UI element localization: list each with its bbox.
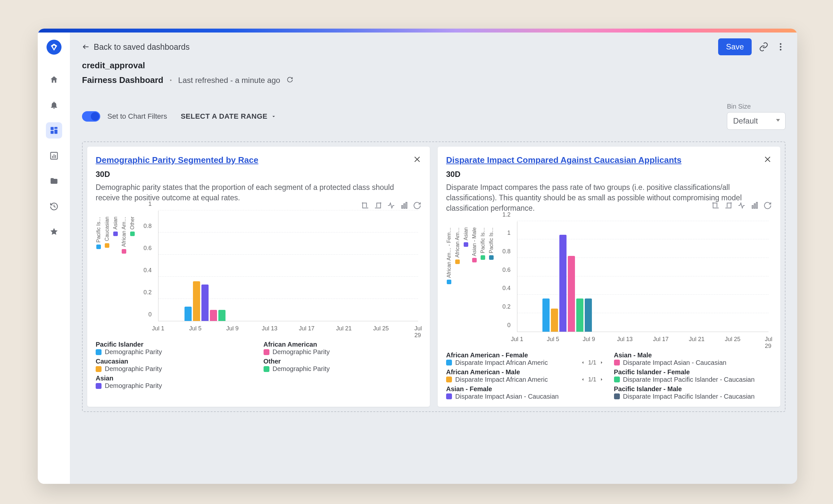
- close-icon[interactable]: [413, 155, 421, 165]
- bar: [560, 235, 567, 332]
- date-range-select[interactable]: SELECT A DATE RANGE: [181, 112, 277, 121]
- svg-rect-3: [50, 131, 53, 134]
- card-demographic-parity: Demographic Parity Segmented by Race 30D…: [87, 147, 430, 407]
- plot: 00.20.40.60.811.2 Jul 1Jul 5Jul 9Jul 13J…: [499, 222, 772, 345]
- swatch-icon: [614, 377, 620, 382]
- svg-rect-7: [55, 155, 56, 158]
- y-legend-item: Asian - Male: [472, 227, 477, 345]
- reload-icon[interactable]: [413, 201, 421, 210]
- chart-filters-toggle[interactable]: [82, 111, 100, 122]
- bar: [585, 299, 592, 332]
- pager[interactable]: 1/1: [580, 376, 604, 383]
- chart-actions: [711, 201, 772, 210]
- crop-out-icon[interactable]: [374, 201, 382, 210]
- kebab-icon[interactable]: [776, 42, 785, 52]
- svg-rect-6: [53, 154, 54, 158]
- swatch-icon: [446, 377, 452, 382]
- bar-chart-icon[interactable]: [751, 201, 759, 210]
- app-frame: Back to saved dashboards Save credit_app…: [38, 29, 797, 484]
- page-title: Fairness Dashboard: [82, 75, 163, 85]
- card-desc: Disparate Impact compares the pass rate …: [446, 182, 746, 213]
- card-disparate-impact: Disparate Impact Compared Against Caucas…: [438, 147, 780, 407]
- reload-icon[interactable]: [763, 201, 772, 210]
- y-legend-item: Pacific Is…: [489, 227, 494, 345]
- close-icon[interactable]: [763, 155, 772, 165]
- card-title[interactable]: Disparate Impact Compared Against Caucas…: [446, 155, 772, 165]
- nav-dashboard-icon[interactable]: [46, 122, 62, 138]
- leg-label: Demographic Parity: [273, 365, 330, 373]
- save-button[interactable]: Save: [718, 39, 752, 55]
- refresh-icon[interactable]: [287, 76, 293, 84]
- cards-container: Demographic Parity Segmented by Race 30D…: [82, 142, 785, 412]
- leg-label: Disparate Impact Asian - Caucasian: [455, 393, 559, 400]
- swatch-icon: [96, 349, 101, 355]
- leg-header: African American - Female: [446, 352, 604, 359]
- leg-header: Pacific Islander - Male: [614, 385, 772, 393]
- caret-down-icon: [271, 114, 277, 119]
- bar-chart-icon[interactable]: [400, 201, 408, 210]
- leg-label: Demographic Parity: [273, 348, 330, 356]
- swatch-icon: [264, 349, 269, 355]
- link-icon[interactable]: [759, 42, 768, 52]
- y-legend-item: African Am… - Fem…: [446, 227, 452, 345]
- leg-header: Pacific Islander - Female: [614, 369, 772, 376]
- svg-point-9: [780, 43, 782, 45]
- y-legend-item: Asian: [113, 217, 118, 334]
- swatch-icon: [96, 366, 101, 372]
- y-legend-item: Pacific Is…: [480, 227, 486, 345]
- bar: [193, 281, 200, 321]
- arrow-left-icon: [82, 43, 90, 51]
- leg-header: Asian - Female: [446, 385, 604, 393]
- swatch-icon: [96, 383, 101, 389]
- chart-area: Pacific Is…CaucasianAsianAfrican Am…Othe…: [96, 211, 421, 334]
- app-logo[interactable]: [47, 40, 62, 55]
- bin-size-select[interactable]: Default: [727, 112, 785, 130]
- leg-header: Other: [264, 358, 422, 365]
- nav-chart-icon[interactable]: [46, 148, 62, 164]
- swatch-icon: [614, 360, 620, 366]
- separator: •: [170, 77, 172, 83]
- leg-label: Disparate Impact African Americ: [455, 376, 548, 383]
- chart-actions: [361, 201, 421, 210]
- leg-header: Pacific Islander: [96, 341, 254, 348]
- nav-bell-icon[interactable]: [46, 97, 62, 113]
- nav-folder-icon[interactable]: [46, 173, 62, 189]
- bar: [210, 310, 217, 321]
- chart-area: African Am… - Fem…African Am…AsianAsian …: [446, 222, 772, 345]
- leg-header: African American: [264, 341, 422, 348]
- svg-rect-14: [402, 205, 403, 208]
- bar: [201, 284, 209, 321]
- card-title[interactable]: Demographic Parity Segmented by Race: [96, 155, 421, 165]
- back-link[interactable]: Back to saved dashboards: [82, 42, 190, 52]
- nav-star-icon[interactable]: [46, 224, 62, 240]
- activity-icon[interactable]: [737, 201, 746, 210]
- svg-rect-19: [752, 205, 753, 208]
- leg-label: Disparate Impact African Americ: [455, 359, 548, 367]
- sidebar: [38, 32, 70, 484]
- leg-label: Demographic Parity: [105, 348, 162, 356]
- pager[interactable]: 1/1: [580, 359, 604, 366]
- breadcrumb: credit_approval: [82, 60, 785, 71]
- svg-rect-5: [52, 156, 53, 158]
- bar: [218, 310, 225, 321]
- crop-out-icon[interactable]: [724, 201, 733, 210]
- legend-grid: Pacific Islander Demographic Parity Afri…: [96, 341, 421, 389]
- svg-point-11: [780, 49, 782, 50]
- bin-size-label: Bin Size: [727, 103, 785, 110]
- card-range: 30D: [446, 170, 772, 179]
- plot: 00.20.40.60.81 Jul 1Jul 5Jul 9Jul 13Jul …: [140, 211, 421, 334]
- swatch-icon: [614, 394, 620, 399]
- nav-home-icon[interactable]: [46, 72, 62, 88]
- svg-rect-0: [50, 127, 53, 130]
- leg-label: Disparate Impact Asian - Caucasian: [623, 359, 727, 367]
- crop-in-icon[interactable]: [711, 201, 720, 210]
- bar: [542, 299, 550, 332]
- leg-label: Disparate Impact Pacific Islander - Cauc…: [623, 393, 755, 400]
- svg-rect-20: [754, 204, 755, 208]
- activity-icon[interactable]: [387, 201, 395, 210]
- nav-history-icon[interactable]: [46, 198, 62, 215]
- y-legend-item: African Am…: [455, 227, 460, 345]
- crop-in-icon[interactable]: [361, 201, 369, 210]
- legend-grid: African American - Female Disparate Impa…: [446, 352, 772, 400]
- swatch-icon: [446, 394, 452, 399]
